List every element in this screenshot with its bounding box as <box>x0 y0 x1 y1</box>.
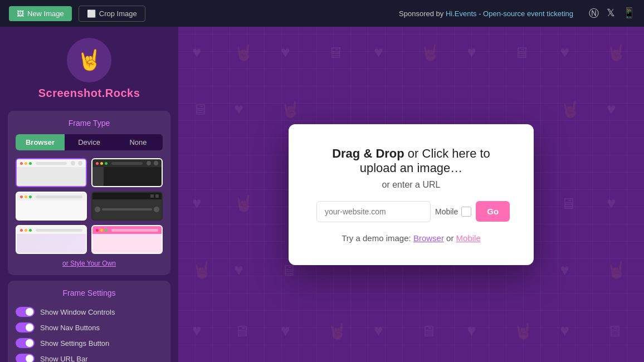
bg-icon: 🖥 <box>328 43 343 62</box>
bg-icon: ♥ <box>374 43 383 61</box>
bg-icon: ♥ <box>467 43 476 61</box>
new-image-button[interactable]: 🖼 New Image <box>9 6 72 21</box>
bg-icon: 🖥 <box>192 100 208 119</box>
mobile-label: Mobile <box>435 207 471 217</box>
sponsored-link[interactable]: Hi.Events - Open-source event ticketing <box>446 9 573 18</box>
website-url-input[interactable] <box>316 201 431 222</box>
logo-text-2: .Rocks <box>102 87 140 99</box>
demo-text: Try a demo image: Browser or Mobile <box>316 233 506 243</box>
go-button[interactable]: Go <box>476 201 510 222</box>
mobile-text: Mobile <box>435 207 458 216</box>
demo-mobile-link[interactable]: Mobile <box>456 233 481 243</box>
bg-icon: 🖥 <box>421 322 436 340</box>
facebook-icon[interactable]: Ⓝ <box>589 7 599 20</box>
toggle-settings-button-label: Show Settings Button <box>40 339 109 348</box>
frame-preview-3[interactable] <box>16 192 87 221</box>
toggle-settings-button: Show Settings Button <box>16 335 163 351</box>
drag-drop-text: Drag & Drop <box>332 146 404 160</box>
main-layout: 🤘 Screenshot.Rocks Frame Type Browser De… <box>0 27 644 362</box>
bg-icon: ♥ <box>560 261 570 279</box>
bg-icon: 🤘 <box>281 100 300 119</box>
frame-type-title: Frame Type <box>16 119 163 128</box>
whatsapp-icon[interactable]: 📱 <box>623 7 635 20</box>
crop-icon: ⬜ <box>87 9 96 18</box>
bg-icon: ♥ <box>607 194 616 212</box>
frame-settings-title: Frame Settings <box>16 288 163 297</box>
bg-icon: ♥ <box>281 43 290 61</box>
bg-icon: 🖥 <box>514 43 529 62</box>
bg-icon: 🤘 <box>328 322 347 340</box>
bg-icon: ♥ <box>560 322 570 340</box>
demo-prefix: Try a demo image: <box>341 233 411 243</box>
toggle-url-bar-label: Show URL Bar <box>40 355 88 363</box>
content-area: ♥ 🤘 ♥ 🖥 ♥ 🤘 ♥ 🖥 ♥ 🤘 🖥 ♥ 🤘 🤘 ♥ ♥ 🤘 🖥 ♥ 🤘 … <box>178 27 644 362</box>
bg-icon: 🤘 <box>560 100 580 119</box>
bg-icon: 🖥 <box>607 322 622 340</box>
tab-none[interactable]: None <box>114 134 163 150</box>
upload-dialog: Drag & Drop or Click here to upload an i… <box>289 124 534 265</box>
bg-icon: ♥ <box>607 100 616 118</box>
bg-icon: 🤘 <box>607 261 626 280</box>
bg-icon: ♥ <box>281 322 290 340</box>
bg-icon: ♥ <box>234 261 243 279</box>
bg-icon: ♥ <box>374 322 383 340</box>
bg-icon: ♥ <box>560 43 570 61</box>
upload-title: Drag & Drop or Click here to upload an i… <box>316 146 506 175</box>
frame-preview-1[interactable] <box>16 158 87 187</box>
demo-browser-link[interactable]: Browser <box>413 233 444 243</box>
toggle-window-controls-switch[interactable] <box>16 307 35 317</box>
frame-preview-6[interactable] <box>91 225 163 254</box>
mobile-checkbox[interactable] <box>461 207 471 217</box>
logo-text-1: Screenshot <box>38 87 102 99</box>
topbar: 🖼 New Image ⬜ Crop Image Sponsored by Hi… <box>0 0 644 27</box>
frame-type-section: Frame Type Browser Device None <box>8 111 170 275</box>
bg-icon: 🤘 <box>607 43 626 62</box>
sidebar: 🤘 Screenshot.Rocks Frame Type Browser De… <box>0 27 178 362</box>
demo-or: or <box>446 233 453 243</box>
toggle-window-controls-label: Show Window Controls <box>40 308 115 316</box>
crop-image-button[interactable]: ⬜ Crop Image <box>79 6 145 22</box>
bg-icon: 🤘 <box>192 261 212 280</box>
toggle-window-controls: Show Window Controls <box>16 304 163 320</box>
frame-tabs: Browser Device None <box>16 134 163 150</box>
or-enter-url: or enter a URL <box>316 180 506 190</box>
sponsored-text: Sponsored by Hi.Events - Open-source eve… <box>399 9 573 18</box>
logo-icon: 🤘 <box>67 38 111 82</box>
frame-preview-2[interactable] <box>91 158 163 187</box>
new-image-label: New Image <box>27 9 64 18</box>
toggle-url-bar: Show URL Bar <box>16 351 163 362</box>
image-icon: 🖼 <box>17 9 24 18</box>
bg-icon: ♥ <box>234 100 243 118</box>
frame-previews <box>16 158 163 254</box>
or-click-text: or Click <box>408 146 448 160</box>
bg-icon: 🤘 <box>234 194 253 213</box>
url-entry: Mobile Go <box>316 201 506 222</box>
bg-icon: ♥ <box>192 194 202 212</box>
bg-icon: 🖥 <box>234 322 250 340</box>
toggle-nav-buttons: Show Nav Buttons <box>16 320 163 335</box>
logo-text: Screenshot.Rocks <box>38 87 140 100</box>
bg-icon: 🖥 <box>560 194 576 213</box>
bg-icon: 🤘 <box>421 43 440 62</box>
frame-preview-4[interactable] <box>91 192 163 221</box>
frame-preview-5[interactable] <box>16 225 87 254</box>
bg-icon: ♥ <box>467 322 476 340</box>
toggle-nav-buttons-switch[interactable] <box>16 322 35 332</box>
style-your-own-link[interactable]: or Style Your Own <box>16 260 163 267</box>
toggle-nav-buttons-label: Show Nav Buttons <box>40 324 100 332</box>
crop-image-label: Crop Image <box>99 9 137 18</box>
toggle-settings-button-switch[interactable] <box>16 338 35 348</box>
tab-device[interactable]: Device <box>65 134 114 150</box>
tab-browser[interactable]: Browser <box>16 134 65 150</box>
toggle-url-bar-switch[interactable] <box>16 354 35 362</box>
frame-settings-section: Frame Settings Show Window Controls Show… <box>8 281 170 362</box>
twitter-icon[interactable]: 𝕏 <box>607 7 615 20</box>
bg-icon: ♥ <box>192 43 202 61</box>
logo-area: 🤘 Screenshot.Rocks <box>0 27 178 105</box>
bg-icon: ♥ <box>192 322 202 340</box>
bg-icon: 🤘 <box>514 322 533 340</box>
bg-icon: 🤘 <box>234 43 253 62</box>
social-icons: Ⓝ 𝕏 📱 <box>589 7 635 20</box>
